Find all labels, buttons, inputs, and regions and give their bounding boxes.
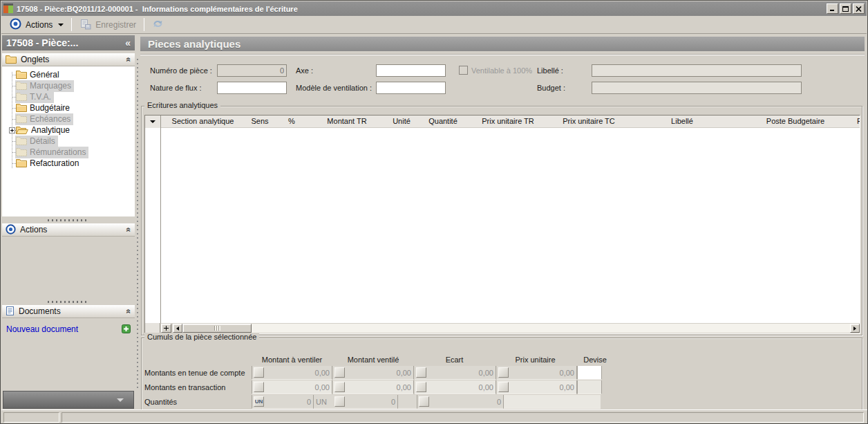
bullseye-icon [10, 18, 21, 31]
column-header-prix-unitaire-tc[interactable]: Prix unitaire TC [547, 116, 630, 128]
nature-input[interactable] [217, 82, 287, 94]
column-header-libelle[interactable]: Libellé [630, 116, 734, 128]
page-title-band: Pieces analytiques [140, 37, 865, 51]
cell-options-button[interactable]: UN [254, 396, 264, 407]
folder-icon [16, 158, 27, 169]
cumuls-cell: 0,00 [252, 366, 332, 380]
sidebar-item-analytique[interactable]: Analytique [2, 125, 135, 136]
cumuls-column-header-montant-a-ventiler: Montant à ventiler [252, 356, 332, 365]
quantites-cell: 0 [417, 395, 504, 409]
sidebar-main-splitter[interactable] [137, 56, 138, 388]
sidebar-item-echeances: Echéances [2, 113, 135, 125]
numero-label: Numéro de pièce : [150, 65, 212, 77]
collapse-chevron-icon[interactable]: « [124, 57, 134, 62]
cumuls-column-header-devise: Devise [576, 356, 614, 365]
collapsed-panel-bar[interactable] [3, 391, 134, 409]
modele-input[interactable] [376, 82, 446, 94]
toolbar-separator [144, 18, 144, 31]
cell-options-button[interactable] [416, 382, 426, 392]
new-document-link[interactable]: Nouveau document [6, 324, 122, 334]
scroll-right-button[interactable] [850, 324, 860, 333]
close-button[interactable] [853, 3, 865, 14]
scroll-left-button[interactable] [173, 324, 182, 333]
cell-options-button[interactable] [419, 396, 429, 407]
table-header-row: Section analytiqueSens%Montant TRUnitéQu… [161, 116, 860, 128]
refresh-button[interactable] [148, 17, 168, 32]
cell-options-button[interactable] [254, 367, 264, 378]
numero-input [217, 64, 287, 77]
axe-input[interactable] [376, 64, 446, 77]
sidebar-item-label: Général [30, 70, 59, 80]
cumuls-row-label-montants-en-tenue-de-compte: Montants en tenue de compte [144, 366, 245, 380]
expand-icon[interactable] [9, 127, 15, 133]
libelle-input [592, 64, 802, 77]
cell-value: 0,00 [479, 366, 493, 380]
sidebar-item-budgetaire[interactable]: Budgétaire [2, 102, 135, 113]
column-header-[interactable]: % [275, 116, 308, 128]
cell-options-button[interactable] [334, 396, 345, 407]
devise-cell[interactable] [577, 366, 602, 380]
column-header-sens[interactable]: Sens [245, 116, 275, 128]
sidebar-item-label: Echéances [30, 114, 70, 124]
column-header-p[interactable]: P [857, 116, 860, 128]
actions-panel-header[interactable]: Actions « [2, 223, 135, 237]
table-selector-button[interactable] [145, 116, 160, 128]
unit-label: UN [316, 395, 327, 409]
table-gutter-separator [160, 116, 161, 323]
add-document-button[interactable] [122, 324, 131, 335]
cell-options-button[interactable] [498, 367, 509, 378]
ecritures-group-label: Ecritures analytiques [144, 101, 220, 109]
cell-options-button[interactable] [498, 382, 509, 392]
cell-options-button[interactable] [334, 382, 345, 392]
sidebar-item-refacturation[interactable]: Refacturation [2, 158, 135, 169]
sidebar-item-marquages: Marquages [2, 80, 135, 91]
cumuls-column-header-ecart: Ecart [414, 356, 495, 365]
cell-value: 0,00 [315, 366, 330, 380]
onglets-panel-header[interactable]: Onglets « [2, 53, 135, 66]
sidebar-item-label: Marquages [30, 81, 71, 91]
cumuls-cell: 0,00 [252, 380, 332, 394]
folder-icon [16, 81, 27, 91]
cell-options-button[interactable] [416, 367, 426, 378]
document-icon [6, 306, 15, 317]
folder-icon [16, 114, 27, 125]
documents-panel-header[interactable]: Documents « [2, 305, 135, 318]
cumuls-cell: 0,00 [415, 380, 496, 394]
minimize-button[interactable] [827, 3, 838, 14]
collapse-chevron-icon[interactable]: « [124, 228, 134, 232]
cell-options-button[interactable] [254, 382, 264, 392]
collapse-chevron-icon[interactable]: « [124, 309, 134, 314]
column-header-poste-budgetaire[interactable]: Poste Budgetaire [734, 116, 857, 128]
budget-label: Budget : [537, 82, 565, 94]
ventilable-label: Ventilable à 100% [471, 65, 532, 77]
column-header-quantite[interactable]: Quantité [417, 116, 469, 128]
application-window: 17508 - Pièce:BQ2011/12-000001 - Informa… [0, 0, 868, 424]
horizontal-scrollbar-thumb[interactable] [182, 324, 252, 333]
horizontal-scrollbar-track[interactable] [182, 324, 850, 333]
save-button[interactable]: Enregistrer [75, 17, 140, 33]
window-title: 17508 - Pièce:BQ2011/12-000001 - Informa… [17, 5, 825, 13]
cumuls-cell: 0,00 [415, 366, 496, 380]
cell-options-button[interactable] [334, 367, 345, 378]
app-icon [3, 3, 13, 15]
column-header-montant-tr[interactable]: Montant TR [308, 116, 386, 128]
toolbar: Actions Enregistrer [1, 16, 867, 34]
cell-value: 0 [497, 395, 501, 409]
column-header-section-analytique[interactable]: Section analytique [161, 116, 245, 128]
folder-icon [16, 125, 28, 136]
actions-menu-button[interactable]: Actions [6, 17, 68, 33]
panel-splitter[interactable] [2, 299, 135, 304]
maximize-button[interactable] [840, 3, 851, 14]
sidebar-item-general[interactable]: Général [2, 69, 135, 80]
sidebar-item-label: Analytique [31, 125, 70, 135]
sidebar-header: 17508 - Pièce:... « [2, 35, 135, 50]
divider [140, 54, 865, 55]
cell-value: 0,00 [479, 380, 493, 394]
add-row-button[interactable] [161, 324, 171, 333]
sidebar-item-label: Rémunérations [30, 147, 86, 157]
column-header-prix-unitaire-tr[interactable]: Prix unitaire TR [469, 116, 547, 128]
sidebar-collapse-button[interactable]: « [125, 37, 131, 48]
column-header-unite[interactable]: Unité [386, 116, 417, 128]
panel-splitter[interactable] [2, 218, 135, 222]
sidebar-item-t-v-a: T.V.A. [2, 91, 135, 102]
